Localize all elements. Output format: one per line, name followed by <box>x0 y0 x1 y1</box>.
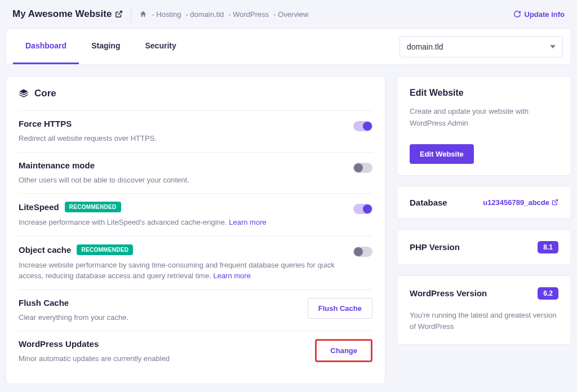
home-icon[interactable] <box>139 10 147 18</box>
row-desc-text: Increase performance with LiteSpeed's ad… <box>19 218 227 226</box>
wp-version-note: You're running the latest and greatest v… <box>410 310 558 333</box>
tab-dashboard[interactable]: Dashboard <box>13 29 79 64</box>
php-version-card: PHP Version 8.1 <box>397 229 571 265</box>
row-desc: Increase performance with LiteSpeed's ad… <box>19 217 344 228</box>
tab-label: Staging <box>91 41 120 50</box>
wp-version-value: 6.2 <box>538 287 558 300</box>
row-force-https: Force HTTPS Redirect all website request… <box>19 110 372 152</box>
toggle-force-https[interactable] <box>353 121 372 131</box>
badge-recommended: RECOMMENDED <box>65 202 121 212</box>
site-title: My Awesome Website <box>12 8 123 20</box>
breadcrumb-item[interactable]: - Hosting <box>152 10 181 19</box>
core-title: Core <box>34 88 56 99</box>
toggle-maintenance[interactable] <box>353 163 372 173</box>
row-desc: Other users will not be able to discover… <box>19 175 344 186</box>
core-header: Core <box>19 88 372 99</box>
tab-label: Dashboard <box>25 41 66 50</box>
core-card: Core Force HTTPS Redirect all website re… <box>6 76 385 384</box>
database-card: Database u123456789_abcde <box>397 186 571 219</box>
toggle-litespeed[interactable] <box>353 204 372 214</box>
row-title-text: LiteSpeed <box>19 202 59 212</box>
site-title-text: My Awesome Website <box>12 8 112 20</box>
row-title: Flush Cache <box>19 298 299 308</box>
breadcrumb-item[interactable]: - domain.tld <box>185 10 224 19</box>
chevron-down-icon <box>550 44 556 50</box>
row-title: Force HTTPS <box>19 119 344 128</box>
domain-select[interactable]: domain.tld <box>400 36 563 57</box>
svg-line-0 <box>118 11 122 15</box>
edit-website-button[interactable]: Edit Website <box>410 144 474 164</box>
edit-website-title: Edit Website <box>410 88 558 98</box>
learn-more-link[interactable]: Learn more <box>213 271 250 280</box>
wp-version-label: WordPress Version <box>410 288 487 298</box>
domain-select-value: domain.tld <box>407 42 443 51</box>
php-version-label: PHP Version <box>410 242 460 252</box>
refresh-icon <box>513 10 521 18</box>
row-desc: Minor automatic updates are currently en… <box>19 353 306 364</box>
update-info-button[interactable]: Update info <box>513 10 565 19</box>
row-title: Object cache RECOMMENDED <box>19 244 344 255</box>
database-value: u123456789_abcde <box>483 198 549 207</box>
toggle-object-cache[interactable] <box>353 247 372 257</box>
breadcrumb-item[interactable]: - Overview <box>273 10 308 19</box>
database-label: Database <box>410 198 447 207</box>
breadcrumb: - Hosting - domain.tld - WordPress - Ove… <box>139 10 308 19</box>
tabs: Dashboard Staging Security <box>13 29 189 64</box>
database-link[interactable]: u123456789_abcde <box>483 198 558 207</box>
row-desc: Redirect all website requests over HTTPS… <box>19 133 344 144</box>
tab-label: Security <box>145 41 176 50</box>
edit-website-card: Edit Website Create and update your webs… <box>397 76 571 176</box>
learn-more-link[interactable]: Learn more <box>229 218 266 226</box>
row-title: LiteSpeed RECOMMENDED <box>19 202 344 212</box>
update-info-label: Update info <box>525 10 565 19</box>
tab-staging[interactable]: Staging <box>79 29 132 64</box>
row-object-cache: Object cache RECOMMENDED Increase websit… <box>19 236 372 289</box>
change-button[interactable]: Change <box>315 339 372 362</box>
row-wp-updates: WordPress Updates Minor automatic update… <box>19 331 372 372</box>
row-litespeed: LiteSpeed RECOMMENDED Increase performan… <box>19 193 372 236</box>
badge-recommended: RECOMMENDED <box>77 244 133 255</box>
layers-icon <box>19 88 29 99</box>
external-link-icon <box>552 199 558 206</box>
tabs-card: Dashboard Staging Security domain.tld <box>6 28 571 65</box>
row-desc-text: Increase website performance by saving t… <box>19 261 335 280</box>
breadcrumb-item[interactable]: - WordPress <box>228 10 269 19</box>
php-version-value: 8.1 <box>538 241 558 253</box>
separator <box>131 7 131 21</box>
wp-version-card: WordPress Version 6.2 You're running the… <box>397 275 571 345</box>
row-flush-cache: Flush Cache Clear everything from your c… <box>19 289 372 331</box>
external-link-icon[interactable] <box>115 10 123 18</box>
row-title: Maintenance mode <box>19 161 344 170</box>
row-title-text: Object cache <box>19 245 71 255</box>
tab-security[interactable]: Security <box>132 29 188 64</box>
svg-line-1 <box>554 200 558 203</box>
row-desc: Clear everything from your cache. <box>19 312 299 323</box>
flush-cache-button[interactable]: Flush Cache <box>308 298 372 319</box>
edit-website-desc: Create and update your website with Word… <box>410 106 558 130</box>
row-desc: Increase website performance by saving t… <box>19 260 344 282</box>
row-maintenance: Maintenance mode Other users will not be… <box>19 152 372 194</box>
row-title: WordPress Updates <box>19 339 306 349</box>
